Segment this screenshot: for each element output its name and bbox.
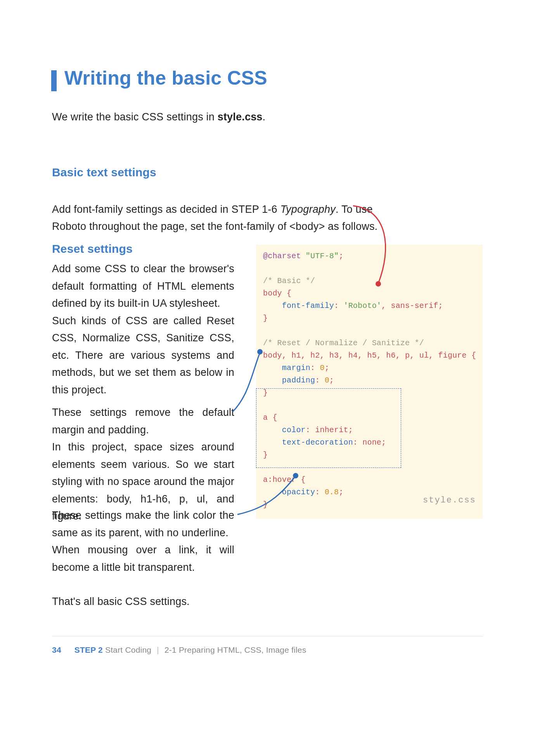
code-comment: /* Basic */ [263, 276, 315, 285]
code-punct: , [282, 351, 291, 360]
title-accent-bar [51, 70, 57, 91]
code-punct: , [377, 351, 386, 360]
code-content: @charset "UTF-8"; /* Basic */ body { fon… [256, 245, 483, 519]
code-block: @charset "UTF-8"; /* Basic */ body { fon… [256, 245, 483, 519]
code-punct: ; [325, 363, 329, 372]
code-brace: { [268, 413, 277, 422]
code-punct: : [315, 488, 324, 497]
code-prop: padding [263, 376, 315, 385]
code-selector: h5 [367, 351, 376, 360]
code-punct: , [358, 351, 367, 360]
code-caption: style.css [423, 495, 476, 505]
page-number: 34 [52, 645, 61, 654]
code-selector: h1 [291, 351, 301, 360]
code-val: : none; [353, 438, 386, 447]
code-selector: ul [419, 351, 429, 360]
code-selector: figure [438, 351, 467, 360]
intro-paragraph: We write the basic CSS settings in style… [52, 111, 265, 123]
code-brace: } [263, 500, 268, 509]
code-prop: opacity [263, 488, 315, 497]
code-string: "UTF-8" [306, 252, 339, 261]
paragraph-link-settings: These settings make the link color the s… [52, 507, 234, 576]
footer-chapter: 2-1 Preparing HTML, CSS, Image files [164, 645, 306, 654]
footer-step-name: Start Coding [103, 645, 151, 654]
page: Writing the basic CSS We write the basic… [0, 0, 535, 756]
code-brace: } [263, 388, 268, 397]
code-selector: a [263, 475, 268, 484]
code-pseudo: :hover [268, 475, 296, 484]
code-string: 'Roboto' [343, 301, 381, 310]
section-heading-reset: Reset settings [52, 242, 133, 255]
code-val: , sans-serif; [381, 301, 443, 310]
code-punct: , [320, 351, 329, 360]
code-brace: } [263, 450, 268, 459]
code-comment: /* Reset / Normalize / Sanitize */ [263, 339, 424, 348]
footer-rule [52, 636, 483, 636]
code-brace: { [282, 289, 291, 298]
code-punct: , [410, 351, 419, 360]
page-title: Writing the basic CSS [64, 67, 267, 89]
code-selector: h4 [348, 351, 358, 360]
code-punct: , [339, 351, 348, 360]
p1-b: Typography [280, 203, 336, 215]
code-selector: h6 [386, 351, 395, 360]
code-num: 0 [325, 376, 329, 385]
code-prop: color [263, 426, 306, 434]
intro-text-b: style.css [218, 111, 263, 123]
code-punct: , [396, 351, 405, 360]
code-num: 0 [320, 363, 324, 372]
intro-text-a: We write the basic CSS settings in [52, 111, 218, 123]
paragraph-basic-text: Add font-family settings as decided in S… [52, 183, 401, 235]
code-punct: ; [339, 252, 343, 261]
code-num: 0.8 [325, 488, 339, 497]
code-punct: , [301, 351, 310, 360]
code-punct: : [310, 363, 320, 372]
code-selector: body [263, 351, 282, 360]
paragraph-closing: That's all basic CSS settings. [52, 593, 234, 610]
code-val: : inherit; [306, 426, 353, 434]
footer: 34 STEP 2 Start Coding | 2-1 Preparing H… [52, 645, 306, 655]
code-brace: { [296, 475, 305, 484]
code-selector: a [263, 413, 268, 422]
code-selector: body [263, 289, 282, 298]
code-selector: h3 [329, 351, 339, 360]
code-selector: p [405, 351, 410, 360]
code-brace: { [467, 351, 476, 360]
code-punct: , [429, 351, 438, 360]
code-keyword: @charset [263, 252, 301, 261]
code-punct: ; [339, 488, 343, 497]
intro-text-c: . [263, 111, 266, 123]
footer-sep: | [157, 645, 159, 654]
code-prop: text-decoration [263, 438, 353, 447]
code-punct: : [334, 301, 343, 310]
code-prop: font-family [263, 301, 334, 310]
p1-a: Add font-family settings as decided in S… [52, 203, 280, 215]
section-heading-basic-text: Basic text settings [52, 166, 156, 179]
code-prop: margin [263, 363, 310, 372]
code-brace: } [263, 314, 268, 323]
code-selector: h2 [310, 351, 320, 360]
footer-step: STEP 2 [74, 645, 103, 654]
code-punct: ; [329, 376, 334, 385]
paragraph-reset-intro: Add some CSS to clear the browser's defa… [52, 260, 234, 398]
code-punct: : [315, 376, 324, 385]
